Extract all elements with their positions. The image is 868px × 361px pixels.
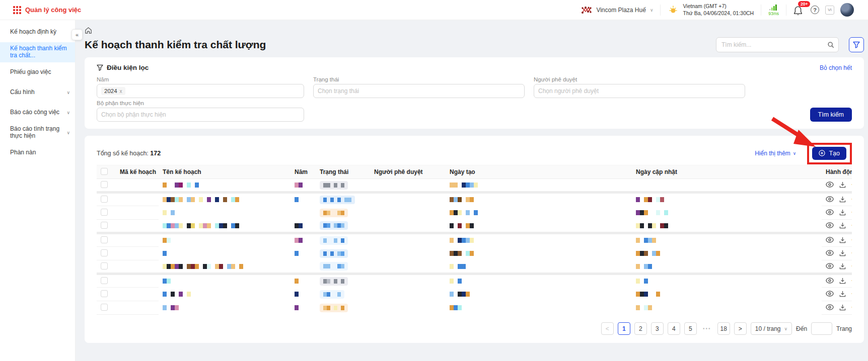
language-switcher[interactable]: VI <box>825 6 834 15</box>
view-row-button[interactable] <box>826 196 834 202</box>
view-row-button[interactable] <box>826 209 834 215</box>
view-row-button[interactable] <box>826 263 834 269</box>
row-checkbox[interactable] <box>101 196 108 203</box>
pagination-prev-button[interactable]: < <box>601 322 614 335</box>
row-checkbox[interactable] <box>101 236 108 243</box>
download-row-button[interactable] <box>839 291 846 297</box>
redacted-mosaic <box>323 292 341 297</box>
user-avatar[interactable] <box>840 3 854 17</box>
table-row: ··· <box>97 247 852 260</box>
pagination-page-2[interactable]: 2 <box>634 322 647 335</box>
page-size-select[interactable]: 10 / trang∨ <box>751 322 792 335</box>
chevron-down-icon: ∨ <box>793 151 797 156</box>
pagination-page-3[interactable]: 3 <box>651 322 664 335</box>
sidebar-item-6[interactable]: Phàn nàn <box>0 143 75 163</box>
download-row-button[interactable] <box>839 237 846 243</box>
row-more-actions-button[interactable]: ··· <box>851 277 852 284</box>
pagination-page-1[interactable]: 1 <box>618 322 630 335</box>
view-row-button[interactable] <box>826 278 834 284</box>
status-field-label: Trạng thái <box>313 76 525 82</box>
cell-nam <box>291 260 316 274</box>
year-select[interactable]: 2024 x <box>97 84 304 98</box>
row-more-actions-button[interactable]: ··· <box>851 249 852 256</box>
pagination-page-4[interactable]: 4 <box>668 322 680 335</box>
help-button[interactable]: ? <box>811 6 819 14</box>
sidebar-item-0[interactable]: Kế hoạch định kỳ <box>0 22 75 42</box>
row-checkbox[interactable] <box>101 209 108 216</box>
row-checkbox[interactable] <box>101 249 108 256</box>
sidebar-item-1[interactable]: Kế hoạch thanh kiểm tra chất... <box>0 42 75 62</box>
sidebar-item-5[interactable]: Báo cáo tình trạng thực hiện∨ <box>0 123 75 143</box>
row-checkbox[interactable] <box>101 262 108 269</box>
sidebar-item-3[interactable]: Cấu hình∨ <box>0 82 75 103</box>
view-row-button[interactable] <box>826 291 834 297</box>
select-all-checkbox[interactable] <box>101 168 108 175</box>
view-row-button[interactable] <box>826 237 834 243</box>
vincom-network-icon <box>581 6 592 15</box>
create-button[interactable]: Tạo <box>812 147 846 160</box>
apps-grid-icon[interactable] <box>13 6 21 14</box>
filter-panel-title: Điều kiện lọc <box>107 64 149 71</box>
download-row-button[interactable] <box>839 263 846 269</box>
row-checkbox[interactable] <box>101 277 108 284</box>
search-icon[interactable] <box>827 41 834 48</box>
row-checkbox[interactable] <box>101 290 108 297</box>
notifications-button[interactable]: 20+ <box>793 5 805 16</box>
view-row-button[interactable] <box>826 222 834 228</box>
pagination-page-5[interactable]: 5 <box>684 322 697 335</box>
filter-search-button[interactable]: Tìm kiếm <box>810 108 852 122</box>
row-more-actions-button[interactable]: ··· <box>851 222 852 229</box>
row-more-actions-button[interactable]: ··· <box>851 209 852 216</box>
pagination-page-18[interactable]: 18 <box>717 322 730 335</box>
download-row-button[interactable] <box>839 304 846 311</box>
row-checkbox[interactable] <box>101 181 108 188</box>
row-more-actions-button[interactable]: ··· <box>851 196 852 203</box>
view-row-button[interactable] <box>826 250 834 256</box>
cell-ma-ke-hoach <box>116 193 159 206</box>
year-field-label: Năm <box>97 76 304 82</box>
status-select[interactable]: Chọn trạng thái <box>313 84 525 98</box>
cell-ngay-tao <box>446 206 632 220</box>
chevron-down-icon: ∨ <box>650 8 654 13</box>
redacted-mosaic <box>374 238 442 243</box>
clear-all-filters-link[interactable]: Bỏ chọn hết <box>820 64 852 71</box>
row-more-actions-button[interactable]: ··· <box>851 262 852 269</box>
sidebar-collapse-button[interactable]: « <box>71 29 83 40</box>
filter-toggle-button[interactable] <box>849 37 864 52</box>
redacted-mosaic <box>450 197 628 202</box>
app-brand[interactable]: Quản lý công việc <box>13 6 81 14</box>
row-more-actions-button[interactable]: ··· <box>851 290 852 297</box>
download-row-button[interactable] <box>839 196 846 203</box>
show-more-link[interactable]: Hiển thị thêm ∨ <box>755 150 796 157</box>
sidebar-item-4[interactable]: Báo cáo công việc∨ <box>0 103 75 123</box>
home-icon[interactable] <box>85 27 92 34</box>
col-header-trang-thai: Trạng thái <box>316 165 370 179</box>
chevron-down-icon: ∨ <box>66 110 70 115</box>
pagination-next-button[interactable]: > <box>734 322 747 335</box>
pagination: <12345•••18>10 / trang∨ĐếnTrang <box>97 322 852 335</box>
site-selector[interactable]: Vincom Plaza Huế ∨ <box>574 4 660 17</box>
filter-panel: Điều kiện lọc Bỏ chọn hết Năm 2024 x <box>85 57 864 129</box>
row-more-actions-button[interactable]: ··· <box>851 181 852 188</box>
download-row-button[interactable] <box>839 278 846 284</box>
redacted-mosaic <box>163 223 286 228</box>
tag-remove-icon[interactable]: x <box>120 88 122 94</box>
download-row-button[interactable] <box>839 250 846 256</box>
row-more-actions-button[interactable]: ··· <box>851 304 852 311</box>
redacted-mosaic <box>163 264 286 269</box>
goto-page-input[interactable] <box>811 322 832 335</box>
download-row-button[interactable] <box>839 222 846 229</box>
row-more-actions-button[interactable]: ··· <box>851 236 852 243</box>
download-row-button[interactable] <box>839 209 846 216</box>
page-title: Kế hoạch thanh kiểm tra chất lượng <box>85 39 266 51</box>
search-input[interactable] <box>721 41 827 48</box>
pagination-ellipsis[interactable]: ••• <box>701 326 713 331</box>
department-select[interactable]: Chọn bộ phận thực hiện <box>97 108 304 122</box>
download-row-button[interactable] <box>839 182 846 188</box>
row-checkbox[interactable] <box>101 222 108 229</box>
sidebar-item-2[interactable]: Phiếu giao việc <box>0 62 75 82</box>
row-checkbox[interactable] <box>101 304 108 311</box>
view-row-button[interactable] <box>826 304 834 310</box>
approver-select[interactable]: Chọn người phê duyệt <box>534 84 745 98</box>
view-row-button[interactable] <box>826 182 834 188</box>
